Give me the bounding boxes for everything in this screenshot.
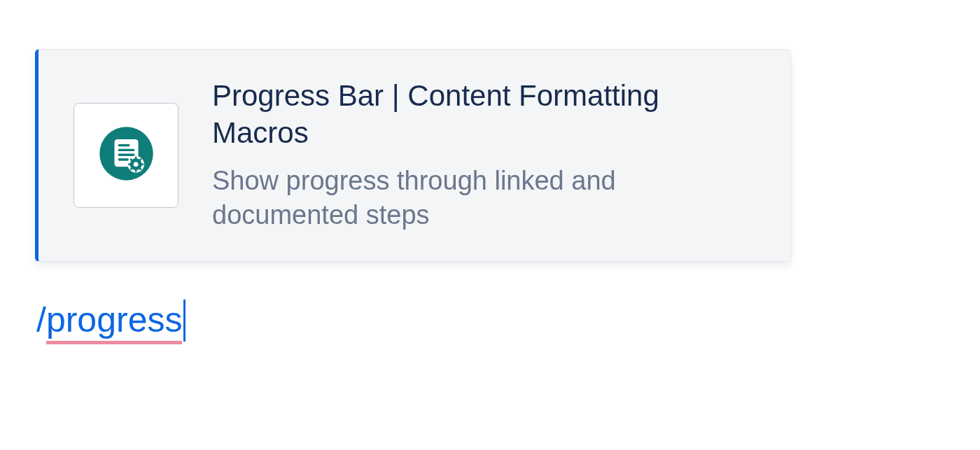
- macro-description: Show progress through linked and documen…: [212, 164, 755, 233]
- macro-suggestion-item[interactable]: Progress Bar | Content Formatting Macros…: [35, 49, 791, 262]
- macro-text-block: Progress Bar | Content Formatting Macros…: [212, 78, 755, 233]
- slash-command-input[interactable]: /progress: [35, 295, 186, 337]
- svg-point-8: [133, 162, 138, 167]
- macro-icon-tile: [74, 103, 178, 208]
- svg-rect-12: [140, 164, 143, 166]
- svg-rect-11: [128, 164, 131, 166]
- svg-rect-4: [118, 154, 134, 156]
- text-caret: [183, 300, 186, 342]
- command-query: progress: [46, 300, 183, 344]
- svg-rect-2: [118, 144, 130, 146]
- svg-rect-9: [134, 157, 136, 160]
- svg-rect-10: [134, 169, 136, 172]
- svg-rect-5: [118, 159, 128, 161]
- svg-rect-3: [118, 149, 134, 151]
- command-prefix: /: [36, 300, 46, 339]
- command-text: /progress: [36, 302, 182, 337]
- document-gear-icon: [97, 124, 156, 186]
- macro-title: Progress Bar | Content Formatting Macros: [212, 78, 755, 151]
